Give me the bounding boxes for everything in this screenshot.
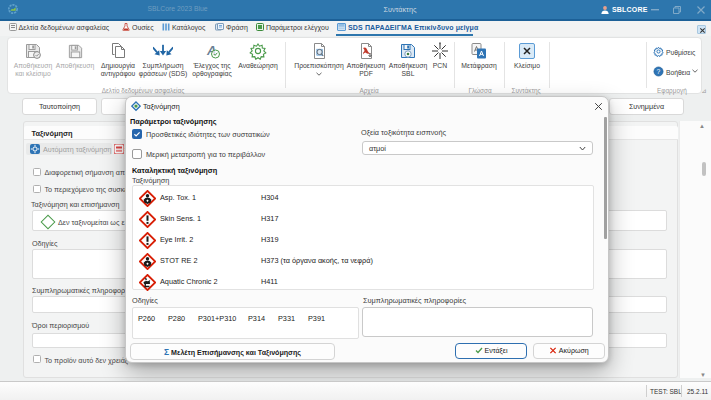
svg-text:?: ? [656,67,660,74]
